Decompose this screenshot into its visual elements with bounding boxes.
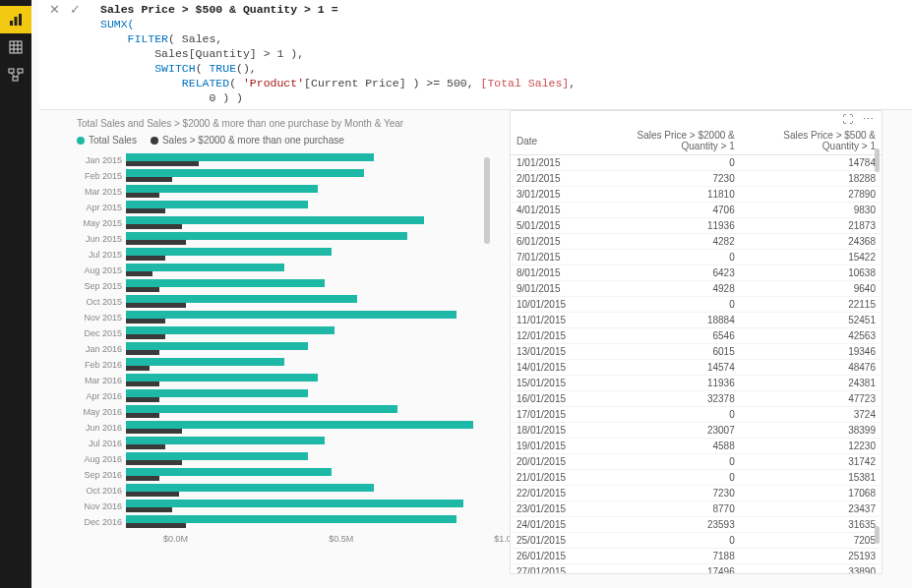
bar-category-label: May 2015 [77,218,126,228]
bar-row: Feb 2015 [77,169,490,182]
table-row[interactable]: 13/01/2015601519346 [511,344,882,360]
table-row[interactable]: 27/01/20151749633890 [511,564,882,574]
table-column-header[interactable]: Sales Price > $2000 & Quantity > 1 [599,127,740,155]
bar-track [126,248,490,261]
table-cell: 18/01/2015 [511,423,599,439]
svg-rect-3 [10,41,22,53]
focus-mode-icon[interactable]: ⛶ [842,114,853,125]
bar-primary [126,201,308,208]
table-row[interactable]: 12/01/2015654642563 [511,328,882,344]
nav-report-icon[interactable] [0,6,31,33]
bar-primary [126,515,456,523]
more-options-icon[interactable]: ⋯ [863,114,874,125]
table-cell: 5/01/2015 [511,218,599,234]
chart-scrollbar-thumb[interactable] [484,157,490,244]
table-cell: 25193 [741,549,882,564]
bar-category-label: Jan 2015 [77,155,126,165]
svg-rect-2 [19,14,22,26]
table-row[interactable]: 11/01/20151888452451 [511,313,882,328]
table-row[interactable]: 7/01/2015015422 [511,250,882,265]
table-row[interactable]: 26/01/2015718825193 [511,549,882,564]
table-cell: 16/01/2015 [511,391,599,407]
table-row[interactable]: 3/01/20151181027890 [511,187,882,203]
bar-secondary [126,193,159,198]
bar-primary [126,389,308,397]
table-row[interactable]: 6/01/2015428224368 [511,234,882,250]
table-cell: 31635 [741,517,882,533]
bar-row: Jan 2015 [77,153,490,166]
table-row[interactable]: 8/01/2015642310638 [511,265,882,281]
bar-row: Jun 2016 [77,421,490,434]
table-cell: 6546 [599,328,740,344]
bar-secondary [126,350,159,355]
table-row[interactable]: 2/01/2015723018288 [511,171,882,187]
table-column-header[interactable]: Sales Price > $500 & Quantity > 1 [741,127,882,155]
cancel-formula-icon[interactable]: ✕ [49,3,60,17]
table-cell: 8/01/2015 [511,265,599,281]
bar-secondary [126,444,165,449]
bar-category-label: Dec 2016 [77,517,126,527]
table-cell: 0 [599,155,740,171]
table-cell: 23593 [599,517,740,533]
table-row[interactable]: 1/01/2015014784 [511,155,882,171]
nav-data-icon[interactable] [0,33,31,61]
bar-row: Mar 2016 [77,374,490,386]
bar-primary [126,216,424,224]
bar-secondary [126,303,186,308]
table-row[interactable]: 22/01/2015723017068 [511,486,882,501]
table-column-header[interactable]: Date [511,127,599,155]
bar-row: May 2015 [77,216,490,229]
bar-row: Jun 2015 [77,232,490,245]
table-row[interactable]: 19/01/2015458812230 [511,439,882,454]
table-row[interactable]: 21/01/2015015381 [511,470,882,486]
table-cell: 27/01/2015 [511,564,599,574]
bar-row: Sep 2016 [77,468,490,481]
table-row[interactable]: 16/01/20153237847723 [511,391,882,407]
bar-chart-visual[interactable]: Total Sales and Sales > $2000 & more tha… [77,118,490,574]
bar-primary [126,311,456,319]
table-visual[interactable]: ⛶ ⋯ DateSales Price > $2000 & Quantity >… [510,110,882,574]
bar-row: Oct 2016 [77,484,490,497]
bar-track [126,405,490,418]
table-scrollbar-thumb-bottom[interactable] [875,526,880,544]
table-row[interactable]: 20/01/2015031742 [511,454,882,470]
bar-track [126,374,490,386]
bar-secondary [126,382,159,386]
table-row[interactable]: 15/01/20151193624381 [511,376,882,391]
table-row[interactable]: 17/01/201503724 [511,407,882,423]
nav-model-icon[interactable] [0,61,31,88]
bar-secondary [126,507,172,512]
table-cell: 24368 [741,234,882,250]
table-cell: 10638 [741,265,882,281]
bar-primary [126,452,308,460]
bar-track [126,232,490,245]
bar-row: Apr 2015 [77,201,490,213]
table-row[interactable]: 24/01/20152359331635 [511,517,882,533]
table-scrollbar-thumb[interactable] [875,148,880,172]
bar-category-label: Dec 2015 [77,328,126,338]
table-row[interactable]: 14/01/20151457448476 [511,360,882,376]
table-cell: 11/01/2015 [511,313,599,328]
table-cell: 23/01/2015 [511,501,599,517]
table-row[interactable]: 9/01/201549289640 [511,281,882,297]
bar-primary [126,279,325,287]
table-row[interactable]: 18/01/20152300738399 [511,423,882,439]
bar-row: Jan 2016 [77,342,490,355]
bar-category-label: Aug 2016 [77,454,126,464]
bar-primary [126,500,463,507]
commit-formula-icon[interactable]: ✓ [70,3,81,17]
bar-primary [126,264,284,271]
table-row[interactable]: 10/01/2015022115 [511,297,882,313]
bar-row: Sep 2015 [77,279,490,292]
bar-category-label: May 2016 [77,407,126,417]
bar-row: Feb 2016 [77,358,490,371]
table-row[interactable]: 4/01/201547069830 [511,203,882,218]
table-row[interactable]: 5/01/20151193621873 [511,218,882,234]
table-row[interactable]: 25/01/201507205 [511,533,882,549]
formula-editor[interactable]: Sales Price > $500 & Quantity > 1 = SUMX… [94,0,912,109]
bar-track [126,264,490,276]
bar-secondary [126,224,182,229]
table-row[interactable]: 23/01/2015877023437 [511,501,882,517]
legend-item: Sales > $2000 & more than one purchase [151,135,344,146]
table-cell: 48476 [741,360,882,376]
